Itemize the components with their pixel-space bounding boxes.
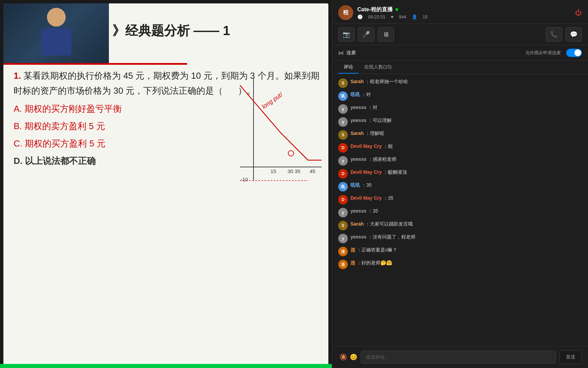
chat-content: Sarah ：理解呢: [350, 130, 582, 137]
message-button[interactable]: 💬: [566, 27, 582, 42]
emoji-icon[interactable]: 😊: [350, 353, 357, 361]
chat-message: S Sarah ：理解呢: [332, 128, 588, 141]
allow-lianmai-label: 允许观众申请连麦: [525, 50, 561, 56]
chat-avatar: S: [338, 130, 348, 140]
stream-time: 00:22:51: [368, 14, 386, 19]
chat-message: y yeesss ：可以理解: [332, 116, 588, 128]
svg-text:15: 15: [271, 168, 276, 174]
chat-avatar: y: [338, 156, 348, 166]
main-content: 》经典题分析 —— 1 1. 某看跌期权的执行价格为 45 元，期权费为 10 …: [0, 0, 332, 368]
chat-avatar: 连: [338, 260, 348, 269]
svg-point-8: [288, 151, 294, 156]
heart-icon: ♥: [391, 14, 394, 19]
tab-online-count[interactable]: 在线人数(15): [359, 61, 397, 74]
chat-avatar: D: [338, 143, 348, 153]
chat-username: 连: [350, 247, 355, 252]
chat-content: yeesss ：35: [350, 208, 582, 214]
chat-text: ：程老师抽一个哈哈: [365, 79, 408, 84]
viewers-icon: 👤: [412, 14, 417, 19]
mic-button[interactable]: 🎤: [358, 27, 374, 42]
option-c-label: C.: [14, 138, 22, 149]
live-dot: [395, 8, 398, 11]
chat-content: 吼吼 ：对: [350, 91, 582, 98]
option-b-text: 期权的卖方盈利 5 元: [24, 121, 105, 131]
chat-message: S Sarah ：程老师抽一个哈哈: [332, 77, 588, 90]
camera-feed: [3, 3, 109, 63]
tab-comments[interactable]: 评论: [338, 61, 359, 74]
send-button[interactable]: 发送: [559, 350, 582, 364]
chat-content: Sarah ：大家可以踊跃发言哦: [350, 221, 582, 227]
chat-username: Sarah: [350, 79, 364, 84]
chat-text: ：35: [361, 182, 372, 188]
hearts-count: 944: [399, 14, 406, 19]
chat-content: Devil May Cry ：35: [350, 195, 582, 201]
chat-username: Devil May Cry: [350, 143, 382, 149]
chat-content: yeesss ：可以理解: [350, 117, 582, 124]
chat-text: ：没有问题了，程老师: [368, 234, 415, 240]
chat-content: 连 ：正确答案是c嘛？: [350, 247, 582, 253]
chat-text: ：醍醐灌顶: [383, 169, 407, 175]
no-notify-icon[interactable]: 🔕: [340, 353, 347, 361]
tabs-bar: 评论 在线人数(15): [332, 61, 588, 74]
chat-text: ：对: [361, 92, 371, 97]
chat-text: ：35: [368, 208, 378, 214]
chat-text: ：可以理解: [368, 118, 392, 123]
chat-message: D Devil May Cry ：35: [332, 193, 588, 206]
green-border-bottom: [0, 364, 332, 368]
chat-text: ：感谢程老师: [368, 156, 396, 162]
lianmai-section: ⋈ 连麦 允许观众申请连麦: [332, 45, 588, 61]
chat-content: 连 ：好的老师🤔🤗: [350, 260, 582, 266]
chat-area[interactable]: S Sarah ：程老师抽一个哈哈 吼 吼吼 ：对 y yeesss ：对 y …: [332, 74, 588, 346]
whiteboard: 》经典题分析 —— 1 1. 某看跌期权的执行价格为 45 元，期权费为 10 …: [3, 3, 328, 365]
screen-button[interactable]: 🖥: [378, 27, 394, 42]
option-d-label: D.: [14, 156, 22, 166]
chat-message: D Devil May Cry ：醍醐灌顶: [332, 167, 588, 180]
chat-content: 吼吼 ：35: [350, 182, 582, 188]
svg-text:long put/: long put/: [261, 91, 284, 110]
streamer-info: Cate-程的直播 🕐 00:22:51 ♥ 944 👤 15: [357, 6, 571, 19]
chat-username: Sarah: [350, 221, 364, 227]
option-b-label: B.: [14, 121, 22, 131]
chat-message: 连 连 ：正确答案是c嘛？: [332, 245, 588, 258]
chat-avatar: y: [338, 208, 348, 217]
phone-button[interactable]: 📞: [546, 27, 562, 42]
sidebar: 程 Cate-程的直播 🕐 00:22:51 ♥ 944 👤 15 ⏻ 📷 🎤 …: [332, 0, 588, 368]
chat-content: Sarah ：程老师抽一个哈哈: [350, 78, 582, 85]
chat-username: yeesss: [350, 156, 366, 162]
lianmai-toggle[interactable]: [566, 49, 582, 57]
chat-username: 连: [350, 260, 355, 265]
clock-icon: 🕐: [357, 14, 363, 19]
option-c-text: 期权的买方盈利 5 元: [25, 138, 105, 149]
chat-content: yeesss ：没有问题了，程老师: [350, 234, 582, 240]
streamer-avatar: 程: [338, 5, 353, 20]
chat-message: D Devil May Cry ：能: [332, 141, 588, 154]
camera-button[interactable]: 📷: [338, 27, 355, 42]
chat-text: ：对: [368, 105, 377, 110]
chat-text: ：正确答案是c嘛？: [357, 247, 397, 252]
svg-text:30 35: 30 35: [288, 168, 300, 174]
person-silhouette: [36, 8, 77, 59]
option-a-text: 期权的买方刚好盈亏平衡: [24, 104, 122, 114]
chat-avatar: S: [338, 78, 348, 88]
chat-input[interactable]: [361, 351, 556, 364]
chat-avatar: D: [338, 169, 348, 179]
person-body: [41, 28, 71, 56]
chat-message: 连 连 ：好的老师🤔🤗: [332, 258, 588, 271]
chat-message: 吼 吼吼 ：对: [332, 90, 588, 103]
chat-message: y yeesss ：没有问题了，程老师: [332, 232, 588, 245]
chat-text: ：能: [383, 143, 393, 149]
slide-title: 》经典题分析 —— 1: [112, 22, 230, 40]
lianmai-label: 连麦: [346, 50, 523, 56]
chat-avatar: S: [338, 221, 348, 230]
chat-content: Devil May Cry ：能: [350, 143, 582, 150]
chat-avatar: 吼: [338, 182, 348, 191]
chat-username: Devil May Cry: [350, 195, 382, 201]
chat-avatar: y: [338, 117, 348, 127]
chat-avatar: 连: [338, 247, 348, 256]
chat-message: 吼 吼吼 ：35: [332, 180, 588, 193]
option-a-label: A.: [14, 104, 22, 114]
chat-username: yeesss: [350, 105, 366, 110]
chat-text: ：理解呢: [365, 131, 384, 136]
svg-text:45: 45: [310, 168, 315, 174]
power-button[interactable]: ⏻: [575, 9, 582, 17]
